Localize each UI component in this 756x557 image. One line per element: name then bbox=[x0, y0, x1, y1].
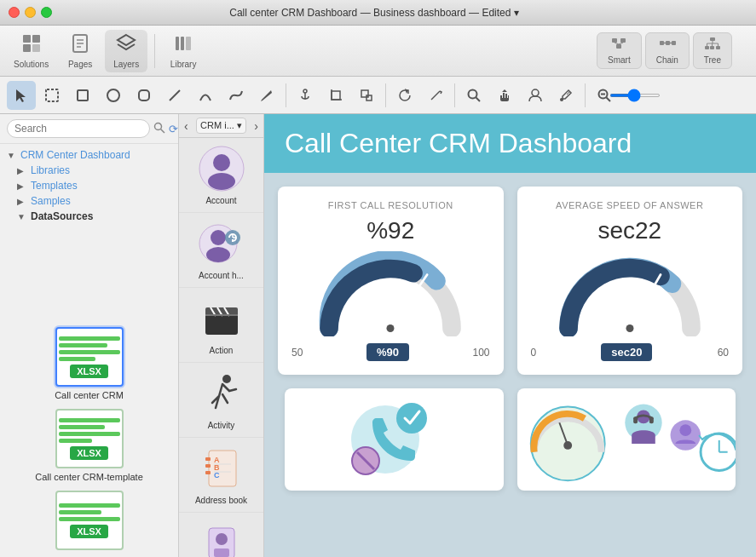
rounded-rect-tool[interactable] bbox=[130, 81, 159, 110]
gauge1-current: %90 bbox=[366, 343, 409, 361]
chain-label: Chain bbox=[656, 55, 678, 65]
curve-tool[interactable] bbox=[222, 81, 251, 110]
tree-templates[interactable]: ▶ Templates bbox=[0, 178, 178, 193]
file-card-3[interactable]: XLSX bbox=[7, 491, 171, 550]
tree-view-button[interactable]: Tree bbox=[693, 32, 732, 69]
ellipse-tool[interactable] bbox=[99, 81, 128, 110]
svg-rect-14 bbox=[616, 44, 621, 49]
tool-sep-2 bbox=[385, 83, 386, 107]
window-title: Call center CRM Dashboard — Business das… bbox=[52, 7, 696, 19]
zoom-slider[interactable] bbox=[620, 81, 649, 110]
resize-tool[interactable] bbox=[352, 81, 381, 110]
file-name-2: Call center CRM-template bbox=[35, 472, 143, 482]
tree-samples[interactable]: ▶ Samples bbox=[0, 193, 178, 209]
svg-rect-3 bbox=[32, 44, 40, 52]
user-tool[interactable] bbox=[521, 81, 550, 110]
icon-illustration-row bbox=[278, 388, 742, 491]
panel-item-extra[interactable] bbox=[179, 513, 263, 557]
anchor-tool[interactable] bbox=[291, 81, 320, 110]
svg-rect-18 bbox=[666, 41, 670, 45]
panel-item-address-book[interactable]: A B C Address book bbox=[179, 438, 263, 513]
svg-rect-69 bbox=[205, 457, 211, 461]
tree-root[interactable]: ▼ CRM Center Dashboard bbox=[0, 147, 178, 163]
address-book-icon: A B C bbox=[198, 445, 245, 492]
library-button[interactable]: Library bbox=[162, 30, 205, 72]
main-layout: ⟳ ▼ CRM Center Dashboard ▶ Libraries ▶ T… bbox=[0, 114, 756, 557]
svg-point-34 bbox=[107, 89, 119, 101]
pages-label: Pages bbox=[68, 60, 92, 69]
templates-arrow: ▶ bbox=[17, 181, 27, 191]
gauge2-title: AVERAGE SPEED OF ANSWER bbox=[556, 200, 703, 210]
svg-rect-22 bbox=[710, 37, 715, 41]
activity-label: Activity bbox=[208, 421, 235, 430]
panel-dropdown[interactable]: CRM i... ▾ bbox=[196, 118, 246, 134]
layers-label: Layers bbox=[113, 60, 139, 69]
svg-line-82 bbox=[630, 275, 661, 329]
icon-panel: ‹ CRM i... ▾ › Account bbox=[179, 114, 264, 557]
close-button[interactable] bbox=[9, 7, 20, 18]
svg-line-16 bbox=[619, 43, 623, 44]
panel-item-account-history[interactable]: Account h... bbox=[179, 213, 263, 288]
gauge2-svg bbox=[553, 251, 707, 336]
gauge2-current: sec20 bbox=[601, 343, 652, 361]
file-card-2[interactable]: XLSX Call center CRM-template bbox=[7, 409, 171, 482]
file-card-1[interactable]: XLSX Call center CRM bbox=[7, 327, 171, 400]
libraries-arrow: ▶ bbox=[17, 166, 27, 175]
svg-point-56 bbox=[211, 230, 226, 245]
panel-item-activity[interactable]: Activity bbox=[179, 363, 263, 438]
search-icon[interactable] bbox=[153, 122, 165, 136]
file-icon-2: XLSX bbox=[55, 409, 124, 468]
panel-forward-button[interactable]: › bbox=[254, 119, 258, 133]
gauge2-value: sec22 bbox=[597, 217, 661, 244]
svg-rect-40 bbox=[366, 95, 372, 100]
zoom-range[interactable] bbox=[609, 94, 661, 97]
minimize-button[interactable] bbox=[25, 7, 36, 18]
svg-line-80 bbox=[390, 275, 427, 329]
svg-point-54 bbox=[208, 173, 235, 190]
svg-rect-38 bbox=[332, 91, 340, 100]
gauge1-value: %92 bbox=[366, 217, 414, 244]
panel-item-account[interactable]: Account bbox=[179, 138, 263, 213]
samples-label: Samples bbox=[31, 195, 71, 207]
panel-item-action[interactable]: Action bbox=[179, 288, 263, 363]
line-tool[interactable] bbox=[160, 81, 189, 110]
samples-arrow: ▶ bbox=[17, 197, 27, 206]
svg-rect-32 bbox=[46, 89, 58, 101]
refresh-icon[interactable]: ⟳ bbox=[169, 123, 178, 135]
select-tool[interactable] bbox=[7, 81, 36, 110]
search-input[interactable] bbox=[7, 119, 150, 138]
layers-button[interactable]: Layers bbox=[105, 30, 147, 72]
rectangle-tool[interactable] bbox=[68, 81, 97, 110]
svg-rect-2 bbox=[23, 44, 31, 52]
svg-rect-0 bbox=[23, 35, 31, 43]
crop-tool[interactable] bbox=[321, 81, 350, 110]
box-select-tool[interactable] bbox=[38, 81, 66, 110]
smart-view-button[interactable]: Smart bbox=[597, 32, 642, 69]
datasources-label: DataSources bbox=[31, 210, 93, 222]
tree-datasources[interactable]: ▼ DataSources bbox=[0, 209, 178, 224]
account-label: Account bbox=[205, 196, 236, 205]
rotate-tool[interactable] bbox=[390, 81, 419, 110]
libraries-label: Libraries bbox=[31, 164, 70, 176]
tree-libraries[interactable]: ▶ Libraries bbox=[0, 163, 178, 178]
search-tool[interactable] bbox=[459, 81, 488, 110]
pages-button[interactable]: Pages bbox=[59, 30, 101, 72]
account-history-icon bbox=[198, 220, 245, 267]
knife-tool[interactable] bbox=[421, 81, 450, 110]
arc-tool[interactable] bbox=[191, 81, 220, 110]
svg-point-85 bbox=[396, 403, 427, 434]
svg-point-83 bbox=[626, 324, 633, 332]
chain-view-button[interactable]: Chain bbox=[645, 32, 690, 69]
pages-icon bbox=[70, 33, 90, 58]
solutions-button[interactable]: Solutions bbox=[7, 30, 55, 72]
svg-rect-39 bbox=[361, 90, 368, 97]
eyedropper-tool[interactable] bbox=[551, 81, 580, 110]
maximize-button[interactable] bbox=[41, 7, 52, 18]
tree-root-label: CRM Center Dashboard bbox=[20, 149, 130, 161]
svg-rect-23 bbox=[705, 46, 709, 49]
svg-rect-66 bbox=[205, 314, 238, 316]
smart-icon bbox=[610, 37, 627, 54]
pen-tool[interactable] bbox=[252, 81, 281, 110]
pan-tool[interactable] bbox=[490, 81, 519, 110]
panel-back-button[interactable]: ‹ bbox=[184, 119, 188, 133]
